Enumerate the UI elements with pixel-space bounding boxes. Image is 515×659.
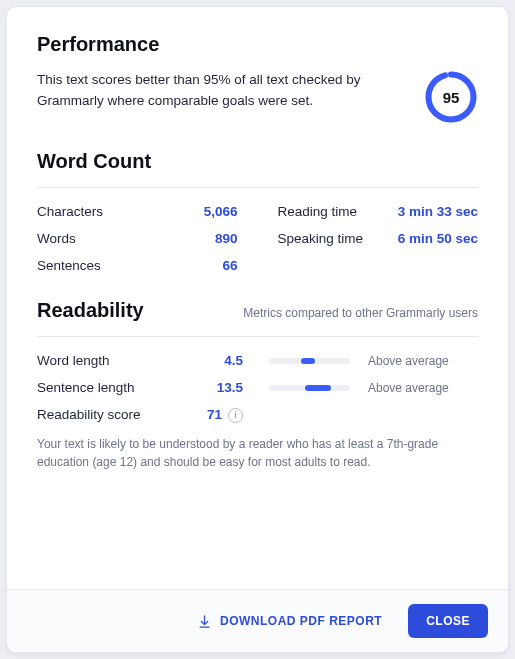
word-count-value: 66 bbox=[222, 258, 237, 273]
readability-metric-value: 4.5 bbox=[197, 353, 247, 368]
word-count-item: Sentences66 bbox=[37, 258, 238, 273]
performance-description: This text scores better than 95% of all … bbox=[37, 70, 406, 112]
readability-subtitle: Metrics compared to other Grammarly user… bbox=[243, 306, 478, 320]
word-count-grid: Characters5,066Reading time3 min 33 secW… bbox=[37, 204, 478, 273]
word-count-value: 3 min 33 sec bbox=[398, 204, 478, 219]
performance-title: Performance bbox=[37, 33, 478, 56]
word-count-item: Words890 bbox=[37, 231, 238, 246]
readability-section: Readability Metrics compared to other Gr… bbox=[37, 299, 478, 471]
word-count-label: Characters bbox=[37, 204, 103, 219]
word-count-label: Speaking time bbox=[278, 231, 364, 246]
readability-score-label: Readability score bbox=[37, 407, 187, 422]
download-icon bbox=[197, 614, 212, 629]
readability-row: Word length4.5Above average bbox=[37, 353, 478, 368]
close-button[interactable]: CLOSE bbox=[408, 604, 488, 638]
divider bbox=[37, 336, 478, 337]
word-count-value: 890 bbox=[215, 231, 238, 246]
readability-metric-label: Sentence length bbox=[37, 380, 187, 395]
readability-header: Readability Metrics compared to other Gr… bbox=[37, 299, 478, 322]
word-count-item: Speaking time6 min 50 sec bbox=[278, 231, 479, 246]
readability-score-row: Readability score 71i bbox=[37, 407, 478, 423]
word-count-label: Reading time bbox=[278, 204, 358, 219]
readability-comment: Above average bbox=[368, 354, 478, 368]
readability-bar bbox=[269, 385, 350, 391]
word-count-value: 5,066 bbox=[204, 204, 238, 219]
word-count-label: Words bbox=[37, 231, 76, 246]
performance-score-ring: 95 bbox=[424, 70, 478, 124]
readability-row: Sentence length13.5Above average bbox=[37, 380, 478, 395]
performance-score-value: 95 bbox=[424, 70, 478, 124]
word-count-item: Characters5,066 bbox=[37, 204, 238, 219]
footer: DOWNLOAD PDF REPORT CLOSE bbox=[7, 589, 508, 652]
word-count-value: 6 min 50 sec bbox=[398, 231, 478, 246]
readability-title: Readability bbox=[37, 299, 144, 322]
readability-note: Your text is likely to be understood by … bbox=[37, 435, 478, 471]
word-count-label: Sentences bbox=[37, 258, 101, 273]
word-count-item: Reading time3 min 33 sec bbox=[278, 204, 479, 219]
word-count-title: Word Count bbox=[37, 150, 478, 173]
readability-rows: Word length4.5Above averageSentence leng… bbox=[37, 353, 478, 395]
report-content: Performance This text scores better than… bbox=[7, 7, 508, 589]
divider bbox=[37, 187, 478, 188]
readability-metric-value: 13.5 bbox=[197, 380, 247, 395]
report-card: Performance This text scores better than… bbox=[6, 6, 509, 653]
performance-row: This text scores better than 95% of all … bbox=[37, 70, 478, 124]
info-icon[interactable]: i bbox=[228, 408, 243, 423]
readability-metric-label: Word length bbox=[37, 353, 187, 368]
download-pdf-button[interactable]: DOWNLOAD PDF REPORT bbox=[191, 606, 388, 637]
readability-bar bbox=[269, 358, 350, 364]
word-count-section: Word Count Characters5,066Reading time3 … bbox=[37, 150, 478, 273]
word-count-item bbox=[278, 258, 479, 273]
readability-comment: Above average bbox=[368, 381, 478, 395]
readability-score-value: 71i bbox=[197, 407, 247, 423]
